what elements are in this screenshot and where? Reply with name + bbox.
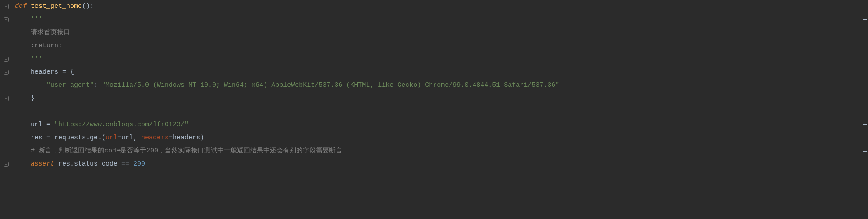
- marker-tick[interactable]: [863, 138, 867, 138]
- code-token: ": [184, 121, 188, 128]
- code-line[interactable]: def test_get_home():: [15, 0, 868, 13]
- fold-toggle-icon[interactable]: [4, 57, 9, 62]
- code-token: ():: [82, 3, 94, 10]
- code-editor[interactable]: def test_get_home(): ''' 请求首页接口 :return:…: [0, 0, 868, 219]
- code-token: 请求首页接口: [31, 29, 70, 36]
- code-token: headers: [141, 134, 169, 141]
- code-token: res.status_code ==: [58, 160, 133, 168]
- code-token: 200: [133, 160, 145, 168]
- code-token: "user-agent": [46, 81, 94, 89]
- code-line[interactable]: ''': [15, 13, 868, 26]
- code-line[interactable]: }: [15, 92, 868, 105]
- code-area[interactable]: def test_get_home(): ''' 请求首页接口 :return:…: [12, 0, 868, 219]
- code-token: =url: [117, 134, 133, 141]
- code-token: ''': [31, 55, 43, 63]
- code-token: def: [15, 3, 31, 10]
- code-token: ": [54, 121, 58, 128]
- fold-toggle-icon[interactable]: [4, 70, 9, 75]
- code-line[interactable]: 请求首页接口: [15, 26, 868, 39]
- code-token: "Mozilla/5.0 (Windows NT 10.0; Win64; x6…: [102, 81, 559, 89]
- code-token: url: [106, 134, 117, 141]
- code-token: :: [94, 81, 102, 89]
- code-line[interactable]: headers = {: [15, 66, 868, 79]
- marker-tick[interactable]: [863, 19, 867, 20]
- fold-toggle-icon[interactable]: [4, 17, 9, 22]
- code-token: =headers): [169, 134, 204, 141]
- fold-toggle-icon[interactable]: [4, 162, 9, 167]
- code-line[interactable]: res = requests.get(url=url, headers=head…: [15, 131, 868, 145]
- code-line[interactable]: "user-agent": "Mozilla/5.0 (Windows NT 1…: [15, 79, 868, 92]
- code-token: # 断言，判断返回结果的code是否等于200，当然实际接口测试中一般返回结果中…: [31, 147, 342, 155]
- code-token: ,: [133, 134, 141, 141]
- marker-tick[interactable]: [863, 151, 867, 152]
- code-line[interactable]: ''': [15, 53, 868, 66]
- code-token: :return:: [31, 42, 62, 49]
- code-token: test_get_home: [31, 3, 82, 10]
- code-token: https://www.cnblogs.com/lfr0123/: [58, 121, 184, 128]
- code-token: url =: [31, 121, 54, 128]
- code-token: }: [31, 95, 35, 102]
- code-token: assert: [31, 160, 58, 168]
- code-line[interactable]: url = "https://www.cnblogs.com/lfr0123/": [15, 118, 868, 131]
- code-line[interactable]: # 断言，判断返回结果的code是否等于200，当然实际接口测试中一般返回结果中…: [15, 145, 868, 158]
- fold-toggle-icon[interactable]: [4, 4, 9, 9]
- gutter: [0, 0, 12, 219]
- fold-toggle-icon[interactable]: [4, 96, 9, 101]
- code-token: res = requests.get(: [31, 134, 106, 141]
- code-line[interactable]: assert res.status_code == 200: [15, 158, 868, 171]
- code-token: headers = {: [31, 68, 74, 76]
- code-line[interactable]: [15, 105, 868, 118]
- code-line[interactable]: :return:: [15, 39, 868, 53]
- right-margin-line: [570, 0, 570, 219]
- marker-tick[interactable]: [863, 124, 867, 125]
- marker-bar: [862, 0, 868, 219]
- code-token: ''': [31, 16, 43, 23]
